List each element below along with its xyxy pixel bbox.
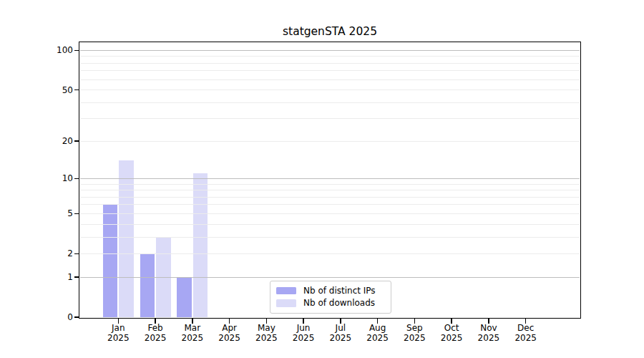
gridline-minor bbox=[80, 79, 580, 80]
legend-item-downloads: Nb of downloads bbox=[270, 297, 391, 310]
bar-distinct-ips bbox=[177, 277, 192, 317]
y-axis-tick bbox=[74, 140, 79, 142]
y-axis-tick-label: 2 bbox=[27, 248, 73, 259]
legend-swatch-downloads bbox=[276, 299, 296, 307]
bar-distinct-ips bbox=[103, 205, 118, 317]
gridline-minor bbox=[80, 141, 580, 142]
gridline-minor bbox=[80, 224, 580, 225]
legend-swatch-distinct-ips bbox=[276, 287, 296, 295]
chart-title: statgenSTA 2025 bbox=[80, 25, 580, 38]
gridline-minor bbox=[80, 63, 580, 64]
y-axis-tick bbox=[74, 213, 79, 215]
plot-area: Nb of distinct IPs Nb of downloads bbox=[80, 43, 580, 317]
gridline-minor bbox=[80, 253, 580, 254]
legend-item-distinct-ips: Nb of distinct IPs bbox=[270, 284, 391, 297]
y-axis-tick-label: 50 bbox=[27, 84, 73, 96]
gridline-minor bbox=[80, 70, 580, 71]
y-axis-tick bbox=[74, 253, 79, 255]
y-axis-tick-label: 5 bbox=[27, 208, 73, 219]
y-axis-tick-label: 100 bbox=[27, 44, 73, 56]
gridline-minor bbox=[80, 190, 580, 190]
y-axis-tick bbox=[74, 178, 79, 180]
gridline-minor bbox=[80, 184, 580, 185]
gridline-minor bbox=[80, 204, 580, 205]
gridline-minor bbox=[80, 197, 580, 198]
y-axis-tick bbox=[74, 50, 79, 52]
legend: Nb of distinct IPs Nb of downloads bbox=[270, 281, 391, 314]
gridline-minor bbox=[80, 56, 580, 57]
gridline-major bbox=[80, 50, 580, 51]
y-axis-tick-label: 20 bbox=[27, 135, 73, 147]
x-axis-tick-label: Dec 2025 bbox=[503, 324, 549, 343]
y-axis-tick-label: 0 bbox=[27, 311, 73, 323]
bar-downloads bbox=[193, 173, 208, 317]
legend-label-downloads: Nb of downloads bbox=[303, 298, 375, 308]
gridline-major bbox=[80, 178, 580, 179]
gridline-major bbox=[80, 277, 580, 278]
legend-label-distinct-ips: Nb of distinct IPs bbox=[303, 286, 376, 296]
gridline-minor bbox=[80, 118, 580, 119]
y-axis-tick bbox=[74, 90, 79, 91]
gridline-minor bbox=[80, 90, 580, 90]
gridline-minor bbox=[80, 213, 580, 214]
y-axis-tick bbox=[74, 276, 79, 278]
y-axis-tick bbox=[74, 316, 79, 318]
y-axis-tick-label: 1 bbox=[27, 271, 73, 283]
gridline-minor bbox=[80, 237, 580, 238]
chart: statgenSTA 2025 Nb of distinct IPs Nb of… bbox=[0, 0, 644, 358]
y-axis-tick-label: 10 bbox=[27, 173, 73, 184]
bar-distinct-ips bbox=[140, 253, 155, 317]
gridline-minor bbox=[80, 102, 580, 103]
